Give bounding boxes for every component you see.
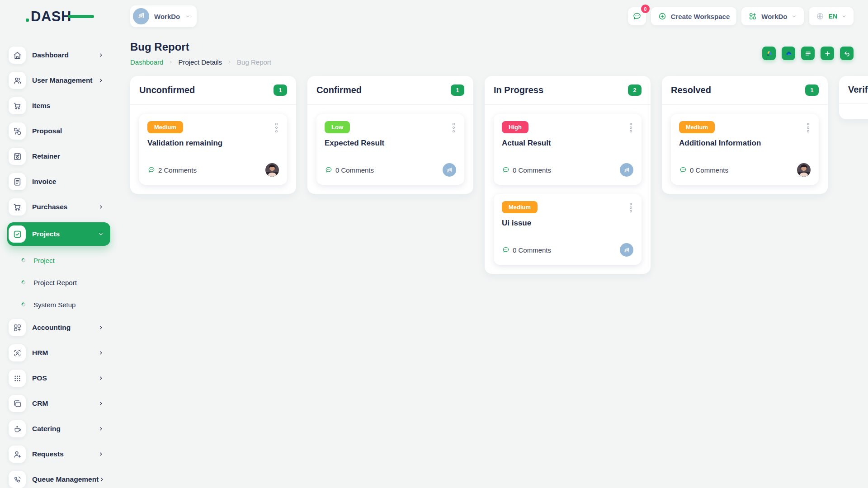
card-top: High <box>502 121 633 134</box>
card-menu-button[interactable] <box>628 121 633 134</box>
building-icon <box>136 10 146 22</box>
sidebar-item-purchases[interactable]: Purchases <box>7 197 110 217</box>
breadcrumb-current: Bug Report <box>237 58 271 66</box>
toolbar-list-view-button[interactable] <box>801 47 815 60</box>
sidebar-item-invoice[interactable]: Invoice <box>7 172 110 192</box>
assignee-avatar-photo <box>797 163 811 177</box>
user-plus-icon <box>9 446 26 463</box>
phone-icon <box>9 471 26 488</box>
card-top: Medium <box>679 121 811 134</box>
coffee-icon <box>9 420 26 437</box>
sidebar-item-catering[interactable]: Catering <box>7 419 110 439</box>
card-menu-button[interactable] <box>628 201 633 214</box>
language-button[interactable]: EN <box>809 7 854 25</box>
messages-button[interactable]: 0 <box>628 7 646 25</box>
column-count-badge: 1 <box>451 84 464 96</box>
sidebar-item-retainer[interactable]: Retainer <box>7 146 110 166</box>
priority-badge: High <box>502 121 528 133</box>
dots-grid-icon <box>9 370 26 387</box>
undo-icon <box>843 50 851 57</box>
column-header: Confirmed 1 <box>307 76 473 105</box>
page-title-block: Bug Report Dashboard Project Details Bug… <box>130 41 271 66</box>
workspace-menu-button[interactable]: WorkDo <box>741 7 803 25</box>
sidebar-subitem-project-report[interactable]: Project Report <box>7 273 117 291</box>
list-icon <box>804 50 812 57</box>
chevron-right-icon <box>98 400 104 407</box>
assignee-avatar-photo <box>265 163 279 177</box>
sidebar-item-crm[interactable]: CRM <box>7 394 110 413</box>
sidebar-item-items[interactable]: Items <box>7 96 110 116</box>
create-workspace-button[interactable]: Create Workspace <box>651 7 737 25</box>
toolbar-onedrive-button[interactable] <box>782 47 795 60</box>
chevron-down-icon <box>185 14 190 19</box>
chevron-down-icon <box>792 14 797 19</box>
comment-icon <box>325 166 333 174</box>
comments-label: 0 Comments <box>513 166 551 174</box>
comments-count: 0 Comments <box>502 246 551 254</box>
toolbar-google-drive-button[interactable] <box>762 47 776 60</box>
card-top: Medium <box>502 201 633 214</box>
comments-label: 0 Comments <box>335 166 374 174</box>
toolbar-add-stage-button[interactable] <box>821 47 834 60</box>
sidebar-item-pos[interactable]: POS <box>7 368 110 388</box>
breadcrumb-dashboard[interactable]: Dashboard <box>130 58 163 66</box>
task-card-validation-remaining[interactable]: Medium Validation remaining 2 Comments <box>139 114 287 185</box>
workspace-label: WorkDo <box>154 13 180 20</box>
comment-icon <box>147 166 156 174</box>
column-body <box>839 104 868 119</box>
brand-logo[interactable]: DASH <box>31 9 71 23</box>
card-menu-button[interactable] <box>451 121 456 134</box>
comments-label: 0 Comments <box>690 166 728 174</box>
sidebar-item-hrm[interactable]: HRM <box>7 343 110 363</box>
column-title: Confirmed <box>316 85 362 95</box>
card-title: Actual Result <box>502 139 633 148</box>
breadcrumb-project-details[interactable]: Project Details <box>178 58 222 66</box>
card-footer: 0 Comments <box>679 163 811 177</box>
comments-count: 0 Comments <box>502 166 551 174</box>
chevron-right-icon <box>98 52 104 58</box>
sidebar-subitem-system-setup[interactable]: System Setup <box>7 296 117 314</box>
card-top: Medium <box>147 121 279 134</box>
chevron-right-icon <box>98 350 104 356</box>
column-header: In Progress 2 <box>485 76 651 105</box>
page-header: Bug Report Dashboard Project Details Bug… <box>117 33 868 66</box>
chevron-right-icon <box>98 375 104 381</box>
column-header: Verified <box>839 76 868 104</box>
chevron-right-icon <box>168 60 173 65</box>
chevron-right-icon <box>99 476 105 483</box>
main-area: WorkDo 0 Create Workspace WorkDo EN <box>117 0 868 488</box>
card-menu-button[interactable] <box>806 121 811 134</box>
app-root: DASH Dashboard User Management Items Pro… <box>0 0 868 488</box>
sidebar-item-accounting[interactable]: Accounting <box>7 318 110 338</box>
users-icon <box>9 72 26 89</box>
column-count-badge: 1 <box>805 84 819 96</box>
sidebar-nav: Dashboard User Management Items Proposal… <box>0 33 117 488</box>
sidebar-item-projects[interactable]: Projects <box>7 222 110 246</box>
sidebar-item-user-management[interactable]: User Management <box>7 70 110 90</box>
workspace-selector[interactable]: WorkDo <box>130 5 197 27</box>
bullet-icon <box>21 302 26 307</box>
invoice-icon <box>9 173 26 190</box>
task-card-expected-result[interactable]: Low Expected Result 0 Comments <box>316 114 464 185</box>
sidebar-subitem-project[interactable]: Project <box>7 251 117 269</box>
card-menu-button[interactable] <box>274 121 279 134</box>
sidebar: DASH Dashboard User Management Items Pro… <box>0 0 117 488</box>
sidebar-item-dashboard[interactable]: Dashboard <box>7 45 110 65</box>
breadcrumb: Dashboard Project Details Bug Report <box>130 58 271 66</box>
priority-badge: Low <box>325 121 350 133</box>
page-title: Bug Report <box>130 41 271 53</box>
focus-icon <box>9 344 26 361</box>
sidebar-item-requests[interactable]: Requests <box>7 444 110 464</box>
column-title: In Progress <box>494 85 543 95</box>
column-count-badge: 1 <box>274 84 287 96</box>
sidebar-item-proposal[interactable]: Proposal <box>7 121 110 141</box>
sidebar-item-queue-management[interactable]: Queue Management <box>7 469 110 488</box>
comment-icon <box>502 166 510 174</box>
comments-count: 2 Comments <box>147 166 197 174</box>
task-card-ui-issue[interactable]: Medium Ui issue 0 Comments <box>494 194 642 265</box>
swap-icon <box>9 122 26 140</box>
task-card-actual-result[interactable]: High Actual Result 0 Comments <box>494 114 642 185</box>
task-card-additional-information[interactable]: Medium Additional Information 0 Comments <box>671 114 819 185</box>
toolbar-back-button[interactable] <box>840 47 854 60</box>
onedrive-icon <box>785 50 793 57</box>
